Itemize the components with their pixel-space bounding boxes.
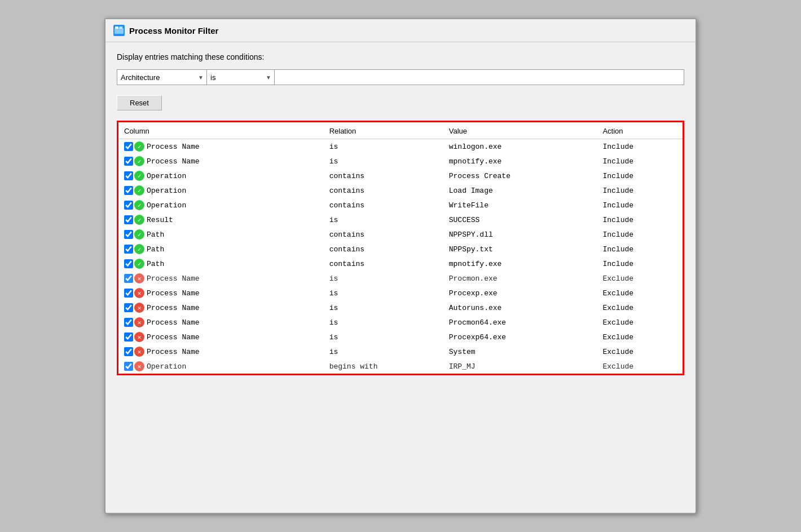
column-value: Operation [147, 201, 186, 210]
relation-select[interactable]: is is not contains excludes begins with … [207, 69, 275, 85]
cell-value: NPPSPY.dll [443, 227, 597, 242]
table-row: ✕ Operation begins with IRP_MJ Exclude [118, 359, 683, 374]
main-content: Display entries matching these condition… [105, 42, 696, 385]
column-value: Process Name [147, 289, 200, 298]
exclude-icon: ✕ [134, 347, 144, 357]
relation-select-wrapper: is is not contains excludes begins with … [207, 69, 275, 85]
row-checkbox[interactable] [124, 245, 133, 254]
reset-button[interactable]: Reset [117, 95, 162, 110]
exclude-icon: ✕ [134, 332, 144, 342]
table-row: ✕ Process Name is Procexp.exe Exclude [118, 286, 683, 300]
row-checkbox[interactable] [124, 289, 133, 298]
cell-action: Exclude [597, 330, 683, 344]
cell-value: WriteFile [443, 198, 597, 212]
cell-action: Include [597, 198, 683, 212]
filter-conditions-row: Architecture Process Name Operation Resu… [117, 69, 684, 85]
column-value: Operation [147, 172, 186, 180]
cell-action: Exclude [597, 271, 683, 286]
table-row: ✕ Process Name is Autoruns.exe Exclude [118, 300, 683, 315]
cell-column: ✓ Path [118, 227, 324, 242]
row-checkbox[interactable] [124, 259, 133, 268]
table-row: ✓ Path contains NPPSPY.dll Include [118, 227, 683, 242]
cell-relation: contains [324, 256, 443, 271]
cell-action: Include [597, 183, 683, 198]
filter-description: Display entries matching these condition… [117, 52, 684, 61]
include-icon: ✓ [134, 229, 144, 240]
filter-table: Column Relation Value Action ✓ Process N… [118, 122, 683, 374]
row-checkbox[interactable] [124, 274, 133, 283]
column-select[interactable]: Architecture Process Name Operation Resu… [117, 69, 207, 85]
row-checkbox[interactable] [124, 186, 133, 195]
cell-relation: is [324, 271, 443, 286]
table-row: ✕ Process Name is Procmon64.exe Exclude [118, 315, 683, 330]
include-icon: ✓ [134, 141, 144, 152]
column-value: Operation [147, 187, 186, 195]
include-icon: ✓ [134, 215, 144, 225]
cell-action: Include [597, 154, 683, 169]
filter-table-container: Column Relation Value Action ✓ Process N… [117, 121, 684, 375]
include-icon: ✓ [134, 200, 144, 210]
exclude-icon: ✕ [134, 361, 144, 371]
cell-value: IRP_MJ [443, 359, 597, 374]
row-checkbox[interactable] [124, 333, 133, 342]
cell-relation: is [324, 212, 443, 227]
cell-column: ✕ Process Name [118, 344, 324, 359]
cell-column: ✓ Process Name [118, 154, 324, 169]
row-checkbox[interactable] [124, 171, 133, 180]
cell-column: ✕ Process Name [118, 300, 324, 315]
cell-value: mpnotify.exe [443, 256, 597, 271]
process-monitor-filter-window: Process Monitor Filter Display entries m… [104, 18, 697, 514]
cell-value: SUCCESS [443, 212, 597, 227]
svg-rect-1 [115, 28, 124, 34]
row-checkbox[interactable] [124, 230, 133, 239]
column-value: Process Name [147, 333, 200, 342]
row-checkbox[interactable] [124, 157, 133, 166]
table-row: ✕ Process Name is Procmon.exe Exclude [118, 271, 683, 286]
column-value: Path [147, 260, 164, 268]
cell-column: ✕ Process Name [118, 271, 324, 286]
cell-action: Exclude [597, 315, 683, 330]
cell-column: ✕ Process Name [118, 330, 324, 344]
include-icon: ✓ [134, 171, 144, 181]
svg-rect-3 [119, 26, 122, 29]
table-row: ✓ Result is SUCCESS Include [118, 212, 683, 227]
column-value: Process Name [147, 318, 200, 327]
value-input[interactable] [275, 69, 684, 85]
col-header-relation: Relation [324, 122, 443, 139]
table-row: ✓ Operation contains WriteFile Include [118, 198, 683, 212]
svg-rect-2 [115, 26, 118, 29]
cell-relation: contains [324, 198, 443, 212]
cell-relation: is [324, 315, 443, 330]
exclude-icon: ✕ [134, 273, 144, 283]
row-checkbox[interactable] [124, 362, 133, 371]
table-header-row: Column Relation Value Action [118, 122, 683, 139]
cell-value: System [443, 344, 597, 359]
col-header-column: Column [118, 122, 324, 139]
row-checkbox[interactable] [124, 201, 133, 210]
app-icon [113, 25, 125, 36]
table-row: ✓ Path contains mpnotify.exe Include [118, 256, 683, 271]
cell-value: Procmon.exe [443, 271, 597, 286]
row-checkbox[interactable] [124, 215, 133, 224]
exclude-icon: ✕ [134, 317, 144, 327]
table-row: ✕ Process Name is Procexp64.exe Exclude [118, 330, 683, 344]
cell-value: NPPSpy.txt [443, 242, 597, 256]
cell-value: Procmon64.exe [443, 315, 597, 330]
cell-action: Include [597, 212, 683, 227]
cell-relation: is [324, 344, 443, 359]
column-value: Process Name [147, 304, 200, 312]
cell-column: ✕ Process Name [118, 286, 324, 300]
cell-column: ✕ Operation [118, 359, 324, 374]
window-title: Process Monitor Filter [129, 26, 218, 36]
cell-action: Exclude [597, 300, 683, 315]
cell-column: ✓ Operation [118, 198, 324, 212]
cell-action: Exclude [597, 344, 683, 359]
include-icon: ✓ [134, 259, 144, 269]
row-checkbox[interactable] [124, 347, 133, 356]
cell-action: Exclude [597, 286, 683, 300]
cell-relation: is [324, 154, 443, 169]
row-checkbox[interactable] [124, 303, 133, 312]
include-icon: ✓ [134, 185, 144, 196]
row-checkbox[interactable] [124, 142, 133, 151]
row-checkbox[interactable] [124, 318, 133, 327]
